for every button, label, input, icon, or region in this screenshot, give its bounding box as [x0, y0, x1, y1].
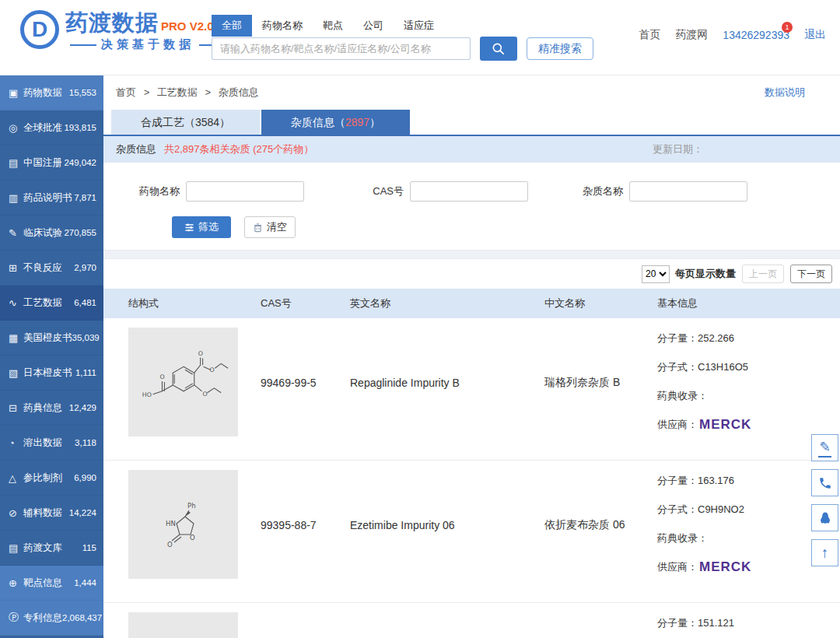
svg-text:O: O	[167, 541, 173, 549]
filter-drug-name-label: 药物名称	[103, 184, 186, 198]
nav-yaodu-site-link[interactable]: 药渡网	[675, 28, 708, 42]
yaodu-logo[interactable]: D 药渡数据 PRO V2.0 决策基于数据	[20, 10, 230, 52]
sidebar-item-pharmacopoeia[interactable]: ⊟ 药典信息 12,429	[0, 391, 103, 426]
sidebar-item-reference-product[interactable]: △ 参比制剂 6,990	[0, 461, 103, 496]
breadcrumb-separator: >	[144, 86, 150, 98]
tab-synthesis-process[interactable]: 合成工艺（3584）	[111, 110, 260, 135]
svg-text:Ph: Ph	[187, 502, 196, 510]
japan-orange-book-icon: ▧	[9, 367, 23, 379]
sidebar-item-dissolution-data[interactable]: ◔ 溶出数据 3,118	[0, 426, 103, 461]
sidebar-item-patent-info[interactable]: Ⓟ 专利信息 2,068,437	[0, 601, 103, 636]
structure-thumbnail[interactable]: HOOO OO	[128, 328, 238, 436]
account-phone-number[interactable]: 13426292393	[723, 29, 789, 41]
summary-label: 杂质信息	[116, 142, 156, 156]
search-tab-company[interactable]: 公司	[353, 15, 394, 37]
reference-product-icon: △	[9, 472, 23, 484]
yaodu-data-app: D 药渡数据 PRO V2.0 决策基于数据 全部 药物名称 靶点 公司 适应症	[0, 0, 840, 638]
search-button[interactable]	[480, 37, 517, 61]
adverse-reaction-icon: ⊞	[9, 262, 23, 274]
molecular-formula: C9H9NO2	[698, 503, 744, 515]
qq-penguin-icon	[818, 511, 832, 525]
data-note-link[interactable]: 数据说明	[765, 86, 805, 100]
logo-text: 药渡数据 PRO V2.0 决策基于数据	[65, 10, 230, 52]
patent-icon: Ⓟ	[9, 611, 23, 625]
sidebar-item-target-info[interactable]: ⊕ 靶点信息 1,444	[0, 566, 103, 601]
merck-logo[interactable]: MERCK	[699, 559, 751, 575]
top-header: D 药渡数据 PRO V2.0 决策基于数据 全部 药物名称 靶点 公司 适应症	[0, 0, 840, 75]
contact-phone-button[interactable]	[811, 469, 838, 496]
sidebar-item-global-approval[interactable]: ◎ 全球批准 193,815	[0, 110, 103, 145]
sidebar-item-process-data[interactable]: ∿ 工艺数据 6,481	[0, 286, 103, 321]
filter-button[interactable]: 筛选	[172, 216, 231, 238]
sidebar-item-drug-label[interactable]: ▥ 药品说明书 7,871	[0, 181, 103, 216]
logout-link[interactable]: 退出	[804, 28, 826, 42]
filter-drug-name-input[interactable]	[186, 181, 304, 202]
breadcrumb-row: 首页 > 工艺数据 > 杂质信息 数据说明	[103, 75, 840, 110]
summary-count-text: 共2,897条相关杂质 (275个药物）	[164, 142, 313, 156]
pharmacopoeia-label: 药典收录：	[657, 389, 708, 403]
tab-impurity-info[interactable]: 杂质信息（2897）	[261, 110, 410, 135]
col-basic-info: 基本信息	[657, 296, 840, 310]
breadcrumb-current: 杂质信息	[219, 86, 259, 98]
sidebar-item-japan-orange-book[interactable]: ▧ 日本橙皮书 1,111	[0, 356, 103, 391]
qq-contact-button[interactable]	[811, 504, 838, 531]
next-page-button[interactable]: 下一页	[790, 265, 832, 283]
pharmacopoeia-label: 药典收录：	[657, 531, 708, 545]
english-name: Ezetimibe Impurity 06	[350, 461, 544, 589]
top-nav: 首页 药渡网 13426292393 1 退出	[639, 28, 826, 42]
precise-search-button[interactable]: 精准搜索	[527, 37, 593, 60]
brand-name: 药渡数据	[65, 10, 159, 35]
brand-version: PRO V2.0	[161, 18, 214, 35]
structure-thumbnail[interactable]: PhHNOO	[128, 470, 238, 579]
search-icon	[491, 41, 506, 57]
account-phone[interactable]: 13426292393 1	[723, 29, 789, 41]
result-summary-bar: 杂质信息 共2,897条相关杂质 (275个药物） 更新日期：	[103, 136, 840, 163]
svg-text:O: O	[209, 366, 214, 373]
chinese-name: 瑞格列奈杂质 B	[544, 318, 657, 447]
filter-cas-label: CAS号	[304, 184, 410, 198]
yaodu-library-icon: ▤	[9, 542, 23, 554]
nav-home-link[interactable]: 首页	[639, 28, 660, 42]
col-chinese-name: 中文名称	[544, 296, 657, 310]
sidebar-item-us-orange-book[interactable]: ▦ 美国橙皮书 35,039	[0, 321, 103, 356]
molecular-weight: 163.176	[698, 475, 734, 486]
clear-button[interactable]: 清空	[244, 216, 296, 238]
us-orange-book-icon: ▦	[9, 332, 23, 344]
sidebar-item-excipient-data[interactable]: ⊘ 辅料数据 14,224	[0, 496, 103, 531]
yaodu-logo-icon: D	[20, 10, 59, 49]
filter-cas-input[interactable]	[410, 181, 528, 202]
search-input[interactable]	[212, 37, 471, 60]
filter-impurity-name-input[interactable]	[629, 181, 747, 202]
page-size-label: 每页显示数量	[675, 267, 736, 281]
main-content: 首页 > 工艺数据 > 杂质信息 数据说明 合成工艺（3584） 杂质信息（28…	[103, 75, 840, 638]
sidebar-item-yaodu-library[interactable]: ▤ 药渡文库 115	[0, 531, 103, 566]
feedback-button[interactable]: ✎	[811, 434, 838, 461]
structure-thumbnail[interactable]	[128, 612, 238, 638]
cas-number: 99395-88-7	[261, 461, 350, 589]
pagination-bar: 20 每页显示数量 上一页 下一页	[103, 259, 840, 289]
filter-section: 药物名称 CAS号 杂质名称 筛选 清空	[103, 163, 840, 250]
back-to-top-button[interactable]: ↑	[811, 539, 838, 566]
prev-page-button[interactable]: 上一页	[742, 265, 784, 283]
pencil-icon: ✎	[818, 439, 831, 457]
sidebar-item-drug-data[interactable]: ▣ 药物数据 15,553	[0, 75, 103, 110]
search-tab-all[interactable]: 全部	[212, 15, 252, 37]
search-tab-drug-name[interactable]: 药物名称	[252, 15, 313, 37]
breadcrumb-home[interactable]: 首页	[116, 86, 136, 98]
page-size-select[interactable]: 20	[642, 265, 670, 283]
breadcrumb-process-data[interactable]: 工艺数据	[157, 86, 198, 98]
sidebar: ▣ 药物数据 15,553 ◎ 全球批准 193,815 ▤ 中国注册 249,…	[0, 75, 103, 638]
sidebar-item-china-registration[interactable]: ▤ 中国注册 249,042	[0, 145, 103, 181]
col-cas: CAS号	[261, 296, 350, 310]
sidebar-item-adverse-reaction[interactable]: ⊞ 不良反应 2,970	[0, 251, 103, 286]
breadcrumb: 首页 > 工艺数据 > 杂质信息	[116, 86, 264, 100]
search-tab-indication[interactable]: 适应症	[394, 15, 444, 37]
table-row: 分子量：151.121	[103, 603, 840, 638]
svg-text:O: O	[198, 350, 202, 357]
sidebar-item-clinical-trial[interactable]: ✎ 临床试验 270,855	[0, 216, 103, 251]
filter-sliders-icon	[184, 223, 194, 233]
col-structure: 结构式	[128, 296, 261, 310]
search-tab-target[interactable]: 靶点	[313, 15, 353, 37]
process-data-icon: ∿	[9, 297, 23, 309]
merck-logo[interactable]: MERCK	[699, 417, 751, 433]
